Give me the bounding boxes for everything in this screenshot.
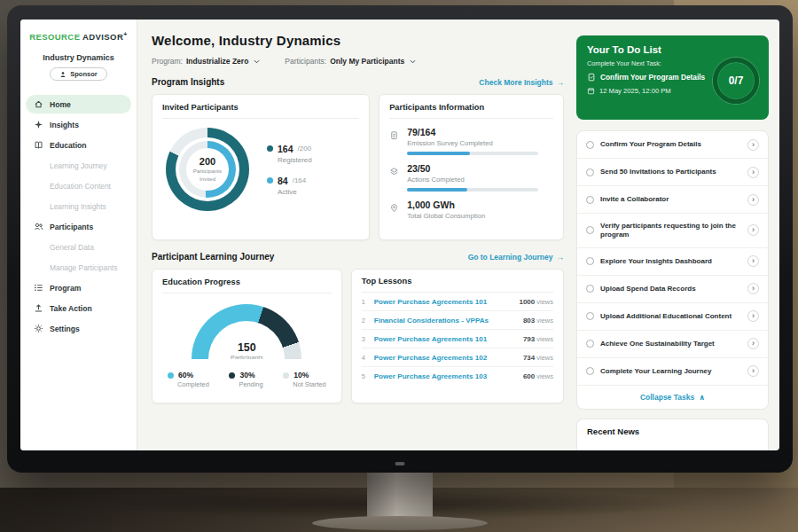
chevron-right-button[interactable]: › xyxy=(747,365,759,377)
todo-title: Your To Do List xyxy=(587,44,758,55)
lesson-link[interactable]: Power Purchase Agreements 101 xyxy=(374,335,517,343)
legend-dot xyxy=(267,145,273,152)
collapse-tasks-link[interactable]: Collapse Tasks ∧ xyxy=(577,386,768,409)
chevron-right-button[interactable]: › xyxy=(747,139,759,151)
card-title: Invited Participants xyxy=(162,103,359,119)
task-checkbox[interactable] xyxy=(586,168,594,176)
sidebar-item-general-data[interactable]: General Data xyxy=(20,237,137,257)
task-row-send-invitations[interactable]: Send 50 Invitations to Participants › xyxy=(577,159,768,186)
progress-fill xyxy=(407,152,470,155)
sidebar-item-program[interactable]: Program xyxy=(20,278,137,298)
sidebar-item-take-action[interactable]: Take Action xyxy=(20,298,137,318)
sidebar-nav: Home Insights Education Learning Journey… xyxy=(20,94,137,339)
clipboard-check-icon xyxy=(587,73,596,82)
legend-label: Active xyxy=(278,188,312,196)
task-row-invite-collaborator[interactable]: Invite a Collaborator › xyxy=(577,186,768,214)
task-checkbox[interactable] xyxy=(586,257,594,265)
go-to-learning-journey-link[interactable]: Go to Learning Journey → xyxy=(468,253,564,262)
lesson-views-unit: views xyxy=(536,298,553,306)
stat-label: Emission Survey Completed xyxy=(407,139,538,147)
participants-select[interactable]: Participants: Only My Participants xyxy=(285,57,416,66)
chevron-right-button[interactable]: › xyxy=(747,255,759,267)
sidebar-item-education-content[interactable]: Education Content xyxy=(20,176,137,196)
sponsor-badge-label: Sponsor xyxy=(70,70,97,78)
task-row-verify-participants[interactable]: Verify participants requesting to join t… xyxy=(577,214,768,248)
task-checkbox[interactable] xyxy=(586,285,594,293)
task-row-explore-insights[interactable]: Explore Your Insights Dashboard › xyxy=(577,248,768,276)
legend-pending: 30% Pending xyxy=(229,371,262,388)
chevron-right-icon: › xyxy=(752,312,755,320)
task-row-complete-learning-journey[interactable]: Complete Your Learning Journey › xyxy=(577,358,768,386)
donut-legend: 164 /200 Registered 84 /164 xyxy=(267,144,312,196)
chevron-right-button[interactable]: › xyxy=(747,194,759,206)
todo-next-task: Confirm Your Program Details xyxy=(587,73,711,82)
legend-total: /164 xyxy=(293,176,307,184)
task-checkbox[interactable] xyxy=(586,367,594,375)
lesson-link[interactable]: Power Purchase Agreements 103 xyxy=(374,372,517,380)
sidebar-item-label: Insights xyxy=(50,121,79,129)
check-more-insights-link[interactable]: Check More Insights → xyxy=(479,78,564,87)
sidebar-item-learning-insights[interactable]: Learning Insights xyxy=(20,196,137,216)
legend-dot xyxy=(267,177,273,184)
task-label: Invite a Collaborator xyxy=(600,195,741,204)
legend-value: 10% xyxy=(293,371,309,379)
sidebar-item-home[interactable]: Home xyxy=(26,95,131,113)
donut-center: 200 Participants Invited xyxy=(186,148,229,191)
chevron-right-button[interactable]: › xyxy=(747,224,759,236)
task-checkbox[interactable] xyxy=(586,226,594,234)
sidebar-item-label: Settings xyxy=(50,325,80,333)
app-logo: RESOURCE ADVISOR+ xyxy=(20,31,137,42)
lesson-rank: 5 xyxy=(362,372,368,380)
layers-icon xyxy=(389,163,400,192)
sidebar-item-manage-participants[interactable]: Manage Participants xyxy=(20,257,137,278)
sidebar-item-settings[interactable]: Settings xyxy=(20,318,137,339)
lesson-row: 1 Power Purchase Agreements 101 1000view… xyxy=(362,293,553,311)
task-row-upload-spend-data[interactable]: Upload Spend Data Records › xyxy=(577,276,768,303)
legend-dot xyxy=(229,372,235,379)
task-checkbox[interactable] xyxy=(586,340,594,348)
sidebar-item-education[interactable]: Education xyxy=(20,135,137,155)
chevron-right-icon: › xyxy=(752,257,755,265)
power-led xyxy=(395,462,405,466)
chevron-right-button[interactable]: › xyxy=(747,338,759,349)
chevron-right-icon: › xyxy=(752,196,755,204)
lesson-link[interactable]: Financial Considerations - VPPAs xyxy=(374,317,517,325)
list-icon xyxy=(34,283,43,293)
task-label: Achieve One Sustainability Target xyxy=(600,340,741,348)
legend-total: /200 xyxy=(298,145,312,153)
lesson-views: 793 xyxy=(523,335,535,343)
task-row-confirm-program[interactable]: Confirm Your Program Details › xyxy=(577,131,768,159)
chevron-right-button[interactable]: › xyxy=(747,310,759,322)
sidebar-item-insights[interactable]: Insights xyxy=(20,114,137,135)
card-title: Top Lessons xyxy=(362,277,553,293)
task-checkbox[interactable] xyxy=(586,196,594,204)
calendar-icon xyxy=(587,87,595,95)
sidebar-item-learning-journey[interactable]: Learning Journey xyxy=(20,155,137,176)
todo-next-task-label: Confirm Your Program Details xyxy=(600,73,705,82)
task-label: Complete Your Learning Journey xyxy=(600,367,741,376)
chevron-right-button[interactable]: › xyxy=(747,283,759,294)
lesson-link[interactable]: Power Purchase Agreements 102 xyxy=(374,354,517,362)
task-checkbox[interactable] xyxy=(586,312,594,320)
sponsor-badge[interactable]: Sponsor xyxy=(50,67,106,81)
location-pin-icon xyxy=(389,200,400,220)
section-title: Program Insights xyxy=(152,77,224,87)
task-row-upload-educational-content[interactable]: Upload Additional Educational Content › xyxy=(577,303,768,331)
chevron-right-icon: › xyxy=(752,168,755,176)
todo-progress-value: 0/7 xyxy=(729,74,744,87)
upload-icon xyxy=(34,303,43,313)
sidebar-item-participants[interactable]: Participants xyxy=(20,216,137,237)
logo-primary: RESOURCE xyxy=(29,32,80,42)
gauge-center-value: 150 xyxy=(192,341,301,354)
person-icon xyxy=(59,71,66,78)
stat-actions-completed: 23/50 Actions Completed xyxy=(389,163,553,192)
task-row-achieve-target[interactable]: Achieve One Sustainability Target › xyxy=(577,331,768,358)
gear-icon xyxy=(34,324,43,333)
sidebar-item-label: Education Content xyxy=(50,182,111,191)
chevron-right-icon: › xyxy=(752,340,755,348)
lesson-link[interactable]: Power Purchase Agreements 101 xyxy=(374,298,513,306)
program-select[interactable]: Program: Industrialize Zero xyxy=(152,57,260,66)
invited-participants-card: Invited Participants 200 Participants In… xyxy=(152,94,370,240)
task-checkbox[interactable] xyxy=(586,141,594,149)
chevron-right-button[interactable]: › xyxy=(747,167,759,178)
